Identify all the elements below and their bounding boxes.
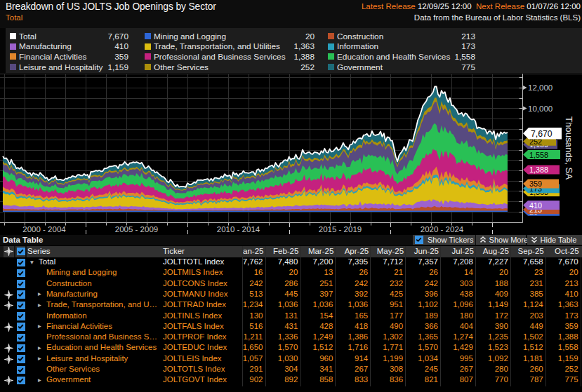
svg-text:10,000: 10,000	[528, 104, 553, 113]
svg-text:12,000: 12,000	[528, 83, 553, 92]
svg-text:Thousands, SA: Thousands, SA	[564, 116, 574, 180]
svg-text:2005 - 2009: 2005 - 2009	[115, 225, 158, 234]
svg-text:2010 - 2014: 2010 - 2014	[217, 225, 260, 234]
svg-text:1,388: 1,388	[529, 165, 548, 174]
svg-text:2000 - 2004: 2000 - 2004	[22, 225, 66, 234]
svg-text:2015 - 2019: 2015 - 2019	[319, 225, 362, 234]
svg-text:2020 - 2024: 2020 - 2024	[421, 225, 464, 234]
svg-text:7,670: 7,670	[531, 129, 553, 139]
svg-text:1,558: 1,558	[529, 151, 548, 159]
svg-text:359: 359	[529, 180, 542, 188]
svg-text:410: 410	[529, 201, 542, 210]
